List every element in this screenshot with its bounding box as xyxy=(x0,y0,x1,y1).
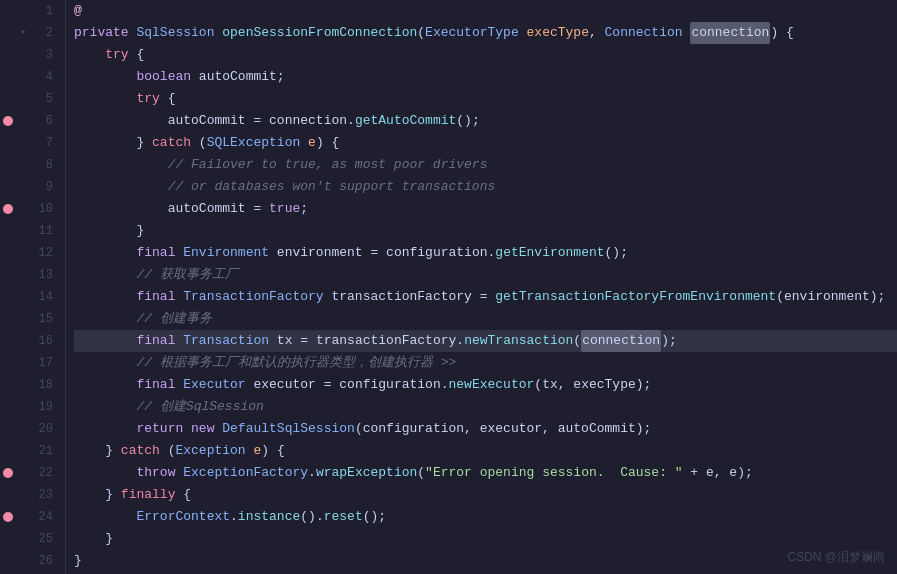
breakpoint-slot[interactable] xyxy=(0,352,16,374)
fold-arrow[interactable] xyxy=(16,374,30,396)
code-line: // 创建SqlSession xyxy=(74,396,897,418)
code-editor: ▾ 12345678910111213141516171819202122232… xyxy=(0,0,897,574)
indent xyxy=(74,198,168,220)
fold-arrow[interactable] xyxy=(16,88,30,110)
breakpoint-slot[interactable] xyxy=(0,396,16,418)
fold-arrow[interactable]: ▾ xyxy=(16,22,30,44)
token: configuration xyxy=(339,374,440,396)
breakpoint-slot[interactable] xyxy=(0,66,16,88)
fold-arrow[interactable] xyxy=(16,484,30,506)
breakpoint-slot[interactable] xyxy=(0,440,16,462)
fold-arrow[interactable] xyxy=(16,0,30,22)
token: ErrorContext xyxy=(136,506,230,528)
breakpoint-slot[interactable] xyxy=(0,264,16,286)
indent xyxy=(74,352,136,374)
breakpoint-slot[interactable] xyxy=(0,462,16,484)
breakpoint-slot[interactable] xyxy=(0,88,16,110)
code-line: try { xyxy=(74,44,897,66)
fold-arrow[interactable] xyxy=(16,352,30,374)
fold-arrow[interactable] xyxy=(16,506,30,528)
code-line: } catch (Exception e) { xyxy=(74,440,897,462)
fold-arrow[interactable] xyxy=(16,528,30,550)
fold-arrow[interactable] xyxy=(16,396,30,418)
code-line: throw ExceptionFactory.wrapException("Er… xyxy=(74,462,897,484)
token: newExecutor xyxy=(449,374,535,396)
line-number: 12 xyxy=(38,242,57,264)
breakpoint-slot[interactable] xyxy=(0,44,16,66)
breakpoint-slot[interactable] xyxy=(0,0,16,22)
indent xyxy=(74,264,136,286)
line-number: 22 xyxy=(38,462,57,484)
code-line: ErrorContext.instance().reset(); xyxy=(74,506,897,528)
breakpoint-slot[interactable] xyxy=(0,550,16,572)
token: "Error opening session. Cause: " xyxy=(425,462,682,484)
breakpoint-slot[interactable] xyxy=(0,528,16,550)
fold-arrow[interactable] xyxy=(16,286,30,308)
breakpoints-gutter[interactable] xyxy=(0,0,16,574)
token: ( xyxy=(417,462,425,484)
line-number: 18 xyxy=(38,374,57,396)
fold-arrow[interactable] xyxy=(16,220,30,242)
breakpoint-slot[interactable] xyxy=(0,330,16,352)
breakpoint-slot[interactable] xyxy=(0,198,16,220)
breakpoint-dot xyxy=(3,116,13,126)
fold-arrow[interactable] xyxy=(16,44,30,66)
fold-arrow[interactable] xyxy=(16,198,30,220)
fold-arrow[interactable] xyxy=(16,154,30,176)
token: SqlSession xyxy=(136,22,222,44)
line-number: 9 xyxy=(38,176,57,198)
breakpoint-slot[interactable] xyxy=(0,132,16,154)
fold-arrow[interactable] xyxy=(16,330,30,352)
breakpoint-slot[interactable] xyxy=(0,22,16,44)
token: . xyxy=(456,330,464,352)
token: @ xyxy=(74,0,82,22)
code-line: @ xyxy=(74,0,897,22)
breakpoint-dot xyxy=(3,204,13,214)
fold-arrow[interactable] xyxy=(16,308,30,330)
line-number: 2 xyxy=(38,22,57,44)
token: // 创建SqlSession xyxy=(136,396,263,418)
breakpoint-slot[interactable] xyxy=(0,506,16,528)
indent xyxy=(74,440,105,462)
breakpoint-slot[interactable] xyxy=(0,154,16,176)
breakpoint-slot[interactable] xyxy=(0,308,16,330)
breakpoint-slot[interactable] xyxy=(0,110,16,132)
token: } xyxy=(136,220,144,242)
breakpoint-slot[interactable] xyxy=(0,286,16,308)
line-number: 26 xyxy=(38,550,57,572)
fold-arrow[interactable] xyxy=(16,440,30,462)
code-line: } xyxy=(74,528,897,550)
breakpoint-dot xyxy=(3,512,13,522)
fold-arrow[interactable] xyxy=(16,264,30,286)
fold-arrow[interactable] xyxy=(16,110,30,132)
breakpoint-slot[interactable] xyxy=(0,418,16,440)
line-number: 20 xyxy=(38,418,57,440)
token: Connection xyxy=(605,22,691,44)
breakpoint-slot[interactable] xyxy=(0,484,16,506)
fold-arrow[interactable] xyxy=(16,176,30,198)
breakpoint-slot[interactable] xyxy=(0,220,16,242)
fold-arrow[interactable] xyxy=(16,418,30,440)
breakpoint-slot[interactable] xyxy=(0,374,16,396)
breakpoint-slot[interactable] xyxy=(0,176,16,198)
fold-arrow[interactable] xyxy=(16,550,30,572)
fold-arrow[interactable] xyxy=(16,66,30,88)
token: // 获取事务工厂 xyxy=(136,264,237,286)
token: = xyxy=(363,242,386,264)
line-number: 6 xyxy=(38,110,57,132)
indent xyxy=(74,484,105,506)
token: autoCommit xyxy=(168,110,246,132)
fold-arrow[interactable] xyxy=(16,132,30,154)
code-line: autoCommit = connection.getAutoCommit(); xyxy=(74,110,897,132)
token: // or databases won't support transactio… xyxy=(168,176,496,198)
indent xyxy=(74,506,136,528)
token: (environment); xyxy=(776,286,885,308)
token: getAutoCommit xyxy=(355,110,456,132)
fold-arrow[interactable] xyxy=(16,462,30,484)
token: ; xyxy=(300,198,308,220)
line-number: 25 xyxy=(38,528,57,550)
breakpoint-slot[interactable] xyxy=(0,242,16,264)
fold-arrows-gutter[interactable]: ▾ xyxy=(16,0,30,574)
line-number: 13 xyxy=(38,264,57,286)
fold-arrow[interactable] xyxy=(16,242,30,264)
